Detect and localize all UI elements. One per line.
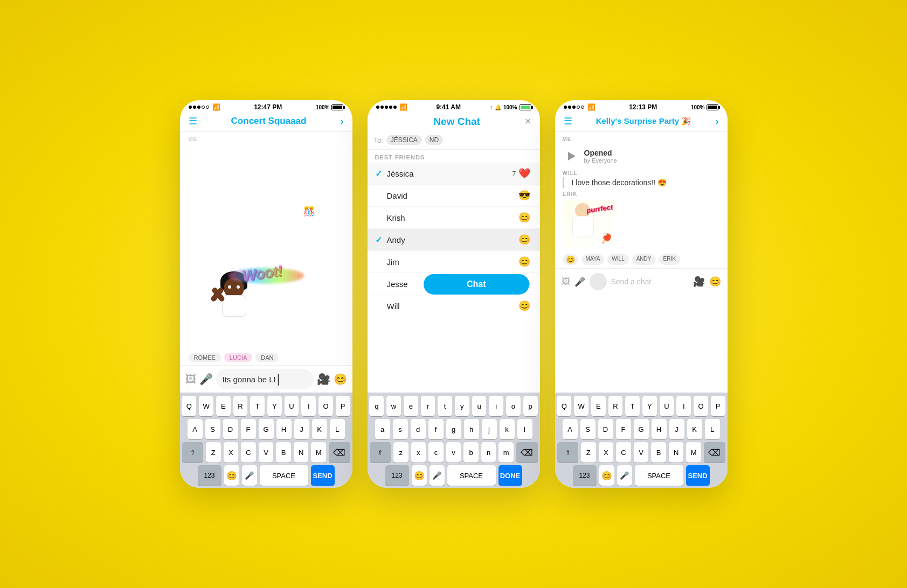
k2-s[interactable]: s xyxy=(393,419,408,439)
k3-o[interactable]: O xyxy=(694,396,708,416)
done-key[interactable]: Done xyxy=(498,465,522,486)
k2-123[interactable]: 123 xyxy=(385,465,409,486)
k3-r[interactable]: R xyxy=(608,396,623,416)
k2-f[interactable]: f xyxy=(428,419,444,439)
k2-l[interactable]: l xyxy=(517,419,532,439)
emoji-icon-1[interactable]: 😊 xyxy=(334,373,347,386)
key-z[interactable]: Z xyxy=(206,442,221,463)
k2-i[interactable]: i xyxy=(489,396,503,416)
k3-emoji[interactable]: 😊 xyxy=(599,465,614,486)
k2-emoji[interactable]: 😊 xyxy=(412,465,427,486)
recipient-jessica[interactable]: JÉSSICA xyxy=(386,135,422,145)
key-t[interactable]: T xyxy=(250,396,265,416)
k2-mic[interactable]: 🎤 xyxy=(430,465,445,486)
key-v[interactable]: V xyxy=(259,442,274,463)
key-f[interactable]: F xyxy=(241,419,256,439)
k3-i[interactable]: I xyxy=(676,396,691,416)
k2-r[interactable]: r xyxy=(421,396,435,416)
k2-space[interactable]: space xyxy=(447,465,496,486)
k3-mic[interactable]: 🎤 xyxy=(617,465,632,486)
key-space[interactable]: space xyxy=(260,465,308,486)
key-123[interactable]: 123 xyxy=(198,465,221,486)
key-shift[interactable]: ⇧ xyxy=(182,442,203,463)
k2-j[interactable]: j xyxy=(482,419,497,439)
key-j[interactable]: J xyxy=(294,419,309,439)
k2-b[interactable]: b xyxy=(463,442,479,463)
contact-krish[interactable]: ✓ Krish 😊 xyxy=(368,207,540,229)
key-q[interactable]: Q xyxy=(182,396,196,416)
recipient-nd[interactable]: ND xyxy=(425,135,443,145)
chat-input-preview-1[interactable]: Its gonna be LI | xyxy=(216,369,314,389)
k2-n[interactable]: n xyxy=(481,442,496,463)
contact-jessica[interactable]: ✓ Jéssica 7 ❤️ xyxy=(368,163,540,185)
contact-jim[interactable]: ✓ Jim 😊 xyxy=(368,251,540,273)
k2-t[interactable]: t xyxy=(438,396,452,416)
k3-g[interactable]: G xyxy=(634,419,649,439)
k2-y[interactable]: y xyxy=(455,396,469,416)
k2-a[interactable]: a xyxy=(375,419,390,439)
k2-d[interactable]: d xyxy=(411,419,426,439)
k3-z[interactable]: Z xyxy=(581,442,596,463)
k2-w[interactable]: w xyxy=(386,396,401,416)
close-button[interactable]: × xyxy=(525,115,531,128)
k2-g[interactable]: g xyxy=(446,419,461,439)
key-o[interactable]: O xyxy=(319,396,333,416)
send-key[interactable]: Send xyxy=(311,465,335,486)
mic-icon-3[interactable]: 🎤 xyxy=(574,277,585,287)
key-m[interactable]: M xyxy=(311,442,326,463)
key-l[interactable]: L xyxy=(330,419,345,439)
contact-andy[interactable]: ✓ Andy 😊 xyxy=(368,229,540,251)
chat-button[interactable]: Chat xyxy=(424,274,529,295)
k3-e[interactable]: E xyxy=(591,396,606,416)
k2-k[interactable]: k xyxy=(500,419,515,439)
contact-david[interactable]: ✓ David 😎 xyxy=(368,185,540,207)
k3-c[interactable]: C xyxy=(616,442,631,463)
k2-backspace[interactable]: ⌫ xyxy=(516,442,537,463)
k3-p[interactable]: P xyxy=(711,396,725,416)
k3-t[interactable]: T xyxy=(625,396,640,416)
k3-u[interactable]: U xyxy=(660,396,674,416)
k3-space[interactable]: space xyxy=(635,465,683,486)
key-mic[interactable]: 🎤 xyxy=(242,465,257,486)
image-icon-1[interactable]: 🖼 xyxy=(185,373,196,386)
key-n[interactable]: N xyxy=(294,442,309,463)
key-w[interactable]: W xyxy=(199,396,213,416)
key-s[interactable]: S xyxy=(205,419,220,439)
key-e[interactable]: E xyxy=(216,396,231,416)
k3-x[interactable]: X xyxy=(599,442,614,463)
key-emoji[interactable]: 😊 xyxy=(224,465,239,486)
key-c[interactable]: C xyxy=(241,442,256,463)
k2-u[interactable]: u xyxy=(472,396,487,416)
k2-z[interactable]: z xyxy=(393,442,409,463)
image-icon-3[interactable]: 🖼 xyxy=(562,277,570,286)
menu-icon[interactable]: ☰ xyxy=(189,115,197,127)
smiley-icon-3[interactable]: 😊 xyxy=(709,276,721,288)
k2-v[interactable]: v xyxy=(446,442,461,463)
k3-k[interactable]: K xyxy=(687,419,702,439)
contact-will[interactable]: ✓ Will 😊 xyxy=(368,295,540,317)
chevron-icon-1[interactable]: › xyxy=(341,116,344,127)
k2-m[interactable]: m xyxy=(498,442,514,463)
mic-icon-1[interactable]: 🎤 xyxy=(199,373,213,386)
k3-123[interactable]: 123 xyxy=(573,465,597,486)
key-u[interactable]: U xyxy=(285,396,299,416)
menu-icon-3[interactable]: ☰ xyxy=(564,115,572,127)
k3-m[interactable]: M xyxy=(686,442,701,463)
key-h[interactable]: H xyxy=(276,419,292,439)
k3-q[interactable]: Q xyxy=(557,396,571,416)
k3-v[interactable]: V xyxy=(634,442,649,463)
k2-c[interactable]: c xyxy=(428,442,444,463)
k3-d[interactable]: D xyxy=(598,419,613,439)
k3-backspace[interactable]: ⌫ xyxy=(704,442,725,463)
k3-n[interactable]: N xyxy=(669,442,684,463)
k3-f[interactable]: F xyxy=(616,419,631,439)
k3-s[interactable]: S xyxy=(580,419,596,439)
key-x[interactable]: X xyxy=(224,442,239,463)
key-k[interactable]: K xyxy=(312,419,327,439)
send-key-3[interactable]: Send xyxy=(686,465,710,486)
k3-w[interactable]: W xyxy=(574,396,588,416)
key-a[interactable]: A xyxy=(188,419,203,439)
key-g[interactable]: G xyxy=(259,419,274,439)
k3-b[interactable]: B xyxy=(651,442,666,463)
camera-icon-1[interactable]: 🎥 xyxy=(317,373,330,386)
